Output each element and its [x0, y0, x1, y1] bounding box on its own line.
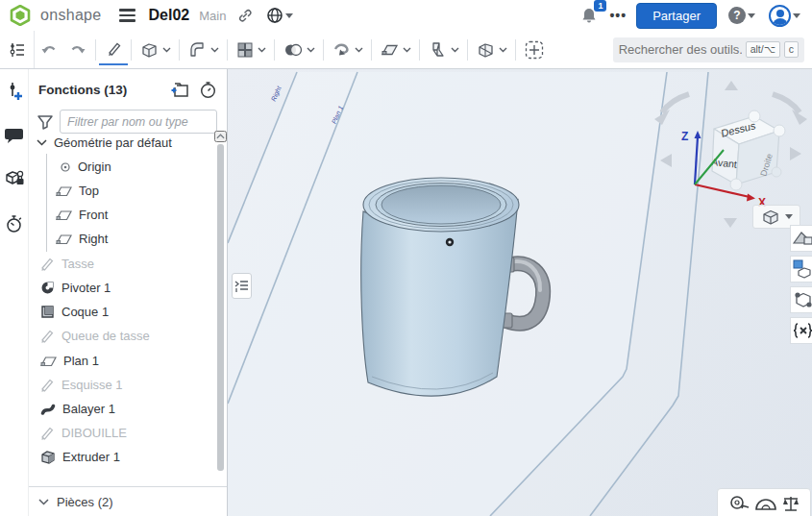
plane-button[interactable] — [375, 35, 416, 65]
fillet-button[interactable] — [183, 35, 224, 65]
tree-item-front[interactable]: Front — [56, 203, 108, 227]
public-share-button[interactable] — [264, 5, 295, 26]
feature-list-toggle-button[interactable] — [3, 35, 32, 65]
protractor-button[interactable] — [754, 496, 777, 514]
insert-item-button[interactable] — [5, 81, 24, 105]
plane-icon — [56, 233, 72, 246]
shortcut-c-key: c — [784, 41, 799, 58]
sketch-icon — [40, 257, 55, 271]
tree-item-queue-de-tasse[interactable]: Queue de tasse — [40, 324, 150, 348]
share-button[interactable]: Partager — [636, 3, 717, 29]
stopwatch-icon — [4, 213, 24, 234]
named-views-button[interactable] — [790, 225, 812, 252]
chevron-up-icon — [216, 134, 225, 139]
graphics-viewport[interactable]: Dessus Avant Droite Z X Right Plan 1 — [228, 69, 812, 516]
cube-help-button[interactable] — [4, 168, 25, 192]
undo-button[interactable] — [35, 35, 63, 65]
tree-item-extruder-1[interactable]: Extruder 1 — [40, 445, 120, 469]
tree-item-label: Extruder 1 — [62, 450, 120, 464]
draft-icon — [428, 40, 448, 60]
measure-tape-icon — [727, 495, 750, 512]
timer-icon — [199, 81, 217, 99]
tree-group-default-geometry[interactable]: Géométrie par défaut — [37, 131, 172, 155]
shell-icon — [40, 305, 55, 319]
chevron-down-icon — [210, 47, 219, 53]
pattern-button[interactable] — [231, 35, 271, 65]
configurations-icon — [793, 259, 812, 279]
collapse-list-icon — [234, 280, 249, 293]
sketch-pencil-icon — [104, 39, 123, 59]
tree-item-label: Plan 1 — [63, 354, 99, 368]
tree-item-balayer-1[interactable]: Balayer 1 — [40, 397, 115, 421]
tree-item-esquisse-1[interactable]: Esquisse 1 — [40, 373, 123, 397]
rollback-timer-button[interactable] — [197, 79, 219, 101]
new-folder-icon — [170, 82, 189, 98]
mug-body[interactable] — [361, 178, 519, 396]
tree-item-tasse[interactable]: Tasse — [40, 252, 94, 276]
variables-button[interactable] — [790, 317, 812, 344]
parts-section-header[interactable]: Pièces (2) — [29, 486, 227, 516]
fillet-icon — [187, 40, 208, 60]
sweep-modify-button[interactable] — [327, 35, 368, 65]
sweep-icon — [40, 402, 56, 416]
chevron-down-icon — [355, 47, 363, 53]
measure-toolbar — [717, 488, 811, 516]
scale-balance-icon — [781, 495, 800, 512]
new-folder-button[interactable] — [168, 80, 191, 100]
mate-connector-button[interactable] — [519, 35, 550, 65]
tree-item-coque-1[interactable]: Coque 1 — [40, 300, 109, 324]
tree-item-right[interactable]: Right — [56, 227, 108, 251]
notifications-button[interactable]: 1 — [578, 5, 600, 26]
globe-icon — [266, 7, 283, 24]
draft-button[interactable] — [423, 35, 464, 65]
redo-button[interactable] — [63, 35, 92, 65]
custom-features-button[interactable] — [790, 286, 812, 313]
notification-count-badge: 1 — [594, 0, 606, 12]
document-title: Del02 — [149, 7, 190, 24]
filter-icon[interactable] — [37, 114, 54, 130]
named-views-icon — [793, 229, 812, 248]
help-menu-button[interactable]: ? — [726, 5, 757, 26]
vertical-scrollbar-thumb[interactable] — [217, 144, 224, 471]
plane-icon — [56, 209, 72, 222]
document-menu-button[interactable] — [119, 9, 135, 22]
sketch-icon — [40, 426, 55, 440]
tree-item-plan-1[interactable]: Plan 1 — [40, 349, 99, 373]
chevron-down-icon — [793, 13, 800, 18]
tree-item-origin[interactable]: Origin — [60, 155, 111, 179]
brand-text: onshape — [40, 7, 102, 24]
account-menu-button[interactable] — [767, 3, 802, 29]
tree-item-dibouille[interactable]: DIBOUILLE — [40, 421, 127, 445]
history-timer-button[interactable] — [4, 213, 24, 237]
measure-tape-button[interactable] — [727, 495, 750, 515]
sketch-button[interactable] — [99, 35, 128, 65]
tool-search-input[interactable] — [619, 42, 742, 57]
collapse-feature-tree-button[interactable] — [232, 273, 252, 299]
boolean-button[interactable] — [278, 35, 320, 65]
copy-link-button[interactable] — [235, 6, 255, 25]
model-canvas: Dessus Avant Droite Z X — [228, 69, 812, 516]
tree-connector — [46, 154, 47, 252]
split-button[interactable] — [471, 35, 512, 65]
extrude-button[interactable] — [135, 35, 176, 65]
undo-icon — [39, 40, 59, 60]
workspace-name[interactable]: Main — [199, 9, 226, 23]
axis-z-label: Z — [681, 130, 688, 143]
protractor-icon — [754, 496, 777, 511]
configurations-button[interactable] — [790, 256, 812, 283]
tree-item-label: Queue de tasse — [62, 329, 150, 343]
tree-item-label: DIBOUILLE — [62, 426, 127, 440]
tree-item-top[interactable]: Top — [56, 179, 99, 203]
scroll-up-button[interactable] — [214, 131, 227, 142]
tree-item-pivoter-1[interactable]: Pivoter 1 — [40, 276, 111, 300]
mass-properties-button[interactable] — [781, 495, 800, 515]
extrude-icon — [139, 40, 160, 60]
comments-button[interactable] — [4, 126, 24, 147]
tree-item-label: Front — [79, 208, 108, 222]
left-icon-strip — [0, 69, 29, 516]
cube-help-icon — [4, 168, 25, 189]
link-icon — [237, 8, 253, 23]
more-actions-button[interactable]: ••• — [609, 8, 627, 23]
features-panel-title: Fonctions (13) — [38, 83, 162, 97]
chevron-down-icon — [38, 499, 49, 505]
